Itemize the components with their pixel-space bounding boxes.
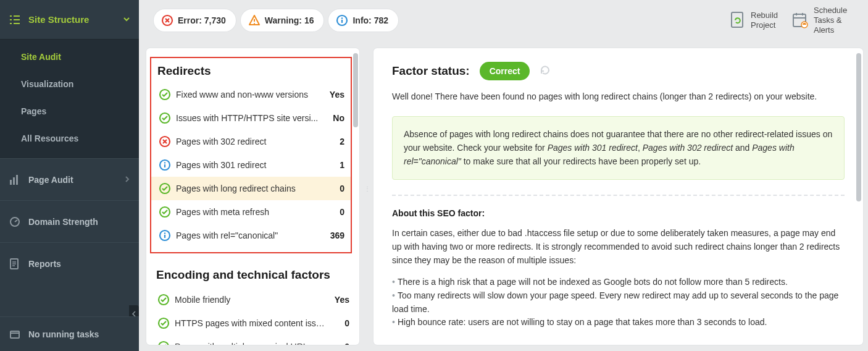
pill-warning[interactable]: Warning: 16 [241,9,324,32]
bar-chart-icon [9,175,21,185]
calendar-alert-icon [791,11,809,30]
svg-rect-10 [732,12,743,27]
about-bullet: Too many redirects will slow down your p… [392,289,845,316]
pill-info[interactable]: Info: 782 [328,9,398,32]
separator [392,195,845,196]
error-icon [161,14,173,27]
refresh-icon[interactable] [540,65,551,78]
note-em: Pages with 301 redirect [548,143,638,153]
sidebar-item-reports[interactable]: Reports [0,242,139,284]
sidebar-item-label: Page Audit [28,175,73,185]
sidebar-item-visualization[interactable]: Visualization [0,70,139,98]
schedule-tasks-label: Schedule Tasks & Alerts [814,6,856,36]
about-bullet: High bounce rate: users are not willing … [392,316,845,329]
rebuild-icon [730,11,746,30]
factor-label: Mobile friendly [171,295,331,305]
status-err-icon [157,135,172,148]
status-ok-icon [156,317,171,329]
factors-scrollbar[interactable] [353,53,358,127]
redirects-title: Redirects [151,62,351,83]
about-bullet: There is a high risk that a page will no… [392,276,845,289]
factor-label: Pages with rel="canonical" [172,230,326,240]
encoding-section: Encoding and technical factors Mobile fr… [146,263,359,345]
redirects-row[interactable]: Issues with HTTP/HTTPS site versi...No [151,106,351,130]
pill-warning-value: 16 [304,15,314,25]
status-info-icon [157,229,172,242]
tasks-icon [9,329,21,339]
redirects-row[interactable]: Pages with long redirect chains0 [151,177,351,200]
svg-point-7 [254,23,255,24]
svg-rect-5 [10,331,19,338]
document-icon [9,258,21,269]
sidebar-item-site-audit[interactable]: Site Audit [0,43,139,70]
sidebar-item-label: Reports [28,259,61,269]
svg-point-17 [164,162,165,163]
factor-value: Yes [326,90,344,99]
sidebar-footer-label: No running tasks [28,329,99,339]
redirects-row[interactable]: Pages with 302 redirect2 [151,130,351,153]
status-ok-icon [156,340,171,345]
encoding-row[interactable]: Pages with multiple canonical URLs0 [146,335,359,345]
factor-value: 0 [326,184,344,193]
factor-label: Pages with multiple canonical URLs [171,342,331,345]
note-em: Pages with 302 redirect [643,143,733,153]
factor-value: 369 [326,230,344,240]
status-ok-icon [157,206,172,218]
redirects-row[interactable]: Pages with 301 redirect1 [151,153,351,177]
factor-value: No [326,113,344,123]
warning-icon [248,14,261,27]
encoding-row[interactable]: HTTPS pages with mixed content issu...0 [146,311,359,335]
status-info-icon [157,159,172,171]
status-ok-icon [157,112,172,124]
factor-label: Fixed www and non-www versions [172,90,326,99]
encoding-row[interactable]: Mobile friendlyYes [146,288,359,311]
redirects-row[interactable]: Fixed www and non-www versionsYes [151,83,351,106]
note-text: , [638,143,643,153]
chevron-down-icon [123,14,130,25]
factor-value: 0 [331,342,349,345]
factor-label: Issues with HTTP/HTTPS site versi... [172,113,326,123]
sidebar-item-pages[interactable]: Pages [0,98,139,125]
svg-point-21 [164,232,165,234]
rebuild-project-button[interactable]: Rebuild Project [730,11,785,31]
sidebar: Site Structure Site Audit Visualization … [0,0,139,351]
topbar: Error: 7,730 Warning: 16 Info: 782 Rebui… [139,0,868,41]
sidebar-item-label: Domain Strength [28,217,98,227]
status-ok-icon [157,182,172,195]
factor-note: Absence of pages with long redirect chai… [392,116,845,180]
sidebar-item-all-resources[interactable]: All Resources [0,125,139,152]
factor-label: Pages with meta refresh [172,207,326,217]
pill-error[interactable]: Error: 7,730 [154,9,236,32]
chevron-right-icon [124,176,130,184]
factor-label: HTTPS pages with mixed content issu... [171,318,331,328]
svg-point-9 [341,17,343,19]
redirects-row[interactable]: Pages with meta refresh0 [151,200,351,224]
sidebar-item-page-audit[interactable]: Page Audit [0,158,139,200]
redirects-row[interactable]: Pages with rel="canonical"369 [151,224,351,247]
status-ok-icon [157,88,172,101]
status-ok-icon [156,294,171,306]
info-icon [336,14,348,27]
svg-point-24 [159,342,169,345]
detail-scrollbar[interactable] [856,53,861,201]
factors-panel: Redirects Fixed www and non-www versions… [146,48,359,345]
note-text: to make sure that all your redirects hav… [461,156,701,166]
note-text: and [733,143,752,153]
schedule-tasks-button[interactable]: Schedule Tasks & Alerts [791,6,856,36]
sidebar-footer-tasks[interactable]: No running tasks [0,316,139,351]
topbar-actions: Rebuild Project Schedule Tasks & Alerts [730,6,868,36]
factor-value: 1 [326,160,344,170]
factor-value: 0 [331,318,349,328]
factor-value: 2 [326,137,344,146]
pill-info-value: 782 [374,15,388,25]
factor-label: Pages with long redirect chains [172,184,326,193]
factor-summary: Well done! There have been found no page… [392,90,845,103]
sidebar-header-site-structure[interactable]: Site Structure [0,0,139,40]
pill-error-label: Error: [178,15,202,25]
factor-label: Pages with 302 redirect [172,137,326,146]
rebuild-project-label: Rebuild Project [751,11,785,31]
gauge-icon [9,216,21,227]
factor-label: Pages with 301 redirect [172,160,326,170]
sidebar-item-domain-strength[interactable]: Domain Strength [0,200,139,242]
about-heading: About this SEO factor: [392,208,845,218]
